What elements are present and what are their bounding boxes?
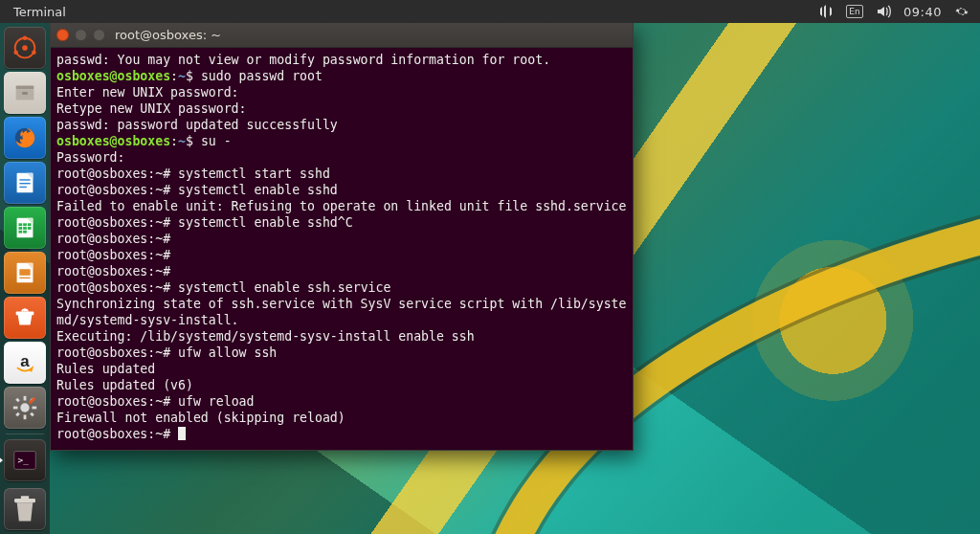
svg-rect-21	[23, 231, 27, 234]
system-tray: En 09:40	[817, 3, 974, 20]
launcher-files[interactable]	[4, 72, 46, 114]
svg-rect-20	[18, 231, 22, 234]
window-titlebar[interactable]: root@osboxes: ~	[51, 23, 633, 48]
terminal-prompt-root: root@osboxes:~#	[56, 394, 178, 409]
svg-point-1	[22, 45, 28, 51]
sound-icon[interactable]	[875, 3, 892, 20]
terminal-line: Password:	[56, 150, 124, 165]
svg-rect-11	[19, 183, 30, 184]
launcher-divider	[6, 434, 44, 434]
terminal-path: ~	[178, 134, 186, 148]
launcher-software[interactable]	[4, 297, 46, 339]
top-panel: Terminal En 09:40	[0, 0, 980, 23]
svg-rect-39	[14, 499, 35, 502]
svg-rect-7	[22, 92, 28, 95]
terminal-command: systemctl enable sshd	[178, 183, 338, 197]
launcher: a >_	[0, 23, 50, 534]
svg-point-3	[13, 50, 18, 55]
svg-rect-24	[19, 278, 30, 278]
svg-rect-34	[30, 412, 34, 417]
svg-rect-31	[13, 407, 18, 410]
svg-rect-14	[18, 223, 22, 226]
svg-point-4	[32, 50, 36, 55]
terminal-prompt-root: root@osboxes:~#	[56, 215, 178, 230]
launcher-calc[interactable]	[4, 207, 46, 249]
svg-rect-32	[33, 407, 37, 410]
language-indicator[interactable]: En	[846, 3, 863, 20]
svg-rect-17	[18, 227, 22, 230]
svg-rect-25	[16, 311, 34, 315]
svg-rect-10	[19, 179, 30, 180]
svg-rect-29	[24, 396, 27, 401]
terminal-cursor	[178, 427, 186, 440]
terminal-line: Enter new UNIX password:	[56, 85, 239, 100]
terminal-command: sudo passwd root	[201, 69, 323, 83]
terminal-command: ufw reload	[178, 394, 254, 409]
terminal-prompt-root: root@osboxes:~#	[56, 280, 178, 295]
gear-icon[interactable]	[953, 3, 970, 20]
terminal-prompt-root: root@osboxes:~#	[56, 248, 178, 262]
terminal-command: ufw allow ssh	[178, 345, 277, 360]
terminal-line: Synchronizing state of ssh.service with …	[56, 297, 626, 327]
terminal-prompt-root: root@osboxes:~#	[56, 345, 178, 360]
svg-rect-12	[19, 187, 27, 188]
launcher-trash[interactable]	[4, 488, 46, 530]
close-icon[interactable]	[56, 29, 69, 41]
launcher-settings[interactable]	[4, 387, 46, 429]
svg-rect-36	[15, 412, 20, 417]
svg-point-28	[20, 403, 29, 412]
terminal-command: systemctl enable ssh.service	[178, 280, 390, 295]
terminal-command: systemctl start sshd	[178, 167, 330, 181]
terminal-prompt-root: root@osboxes:~#	[56, 427, 178, 441]
svg-text:a: a	[20, 352, 30, 370]
network-icon[interactable]	[817, 3, 835, 20]
svg-rect-18	[23, 227, 27, 230]
launcher-impress[interactable]	[4, 252, 46, 294]
minimize-icon[interactable]	[75, 29, 87, 41]
active-app-label[interactable]: Terminal	[8, 5, 72, 19]
svg-rect-19	[28, 227, 32, 230]
terminal-window: root@osboxes: ~ passwd: You may not view…	[50, 23, 634, 451]
terminal-body[interactable]: passwd: You may not view or modify passw…	[51, 48, 633, 450]
terminal-prompt-user: osboxes@osboxes	[56, 69, 170, 83]
terminal-line: passwd: password updated successfully	[56, 118, 338, 132]
launcher-dash[interactable]	[4, 27, 46, 69]
clock[interactable]: 09:40	[903, 5, 942, 19]
terminal-command: su -	[201, 134, 232, 148]
terminal-line: Rules updated	[56, 362, 155, 376]
svg-rect-33	[15, 398, 20, 403]
terminal-prompt-user: osboxes@osboxes	[56, 134, 170, 148]
terminal-prompt-root: root@osboxes:~#	[56, 264, 178, 278]
window-title: root@osboxes: ~	[115, 28, 221, 42]
terminal-path: ~	[178, 69, 186, 83]
terminal-prompt-root: root@osboxes:~#	[56, 232, 178, 246]
launcher-firefox[interactable]	[4, 117, 46, 159]
svg-rect-40	[21, 496, 29, 499]
svg-rect-5	[16, 86, 34, 90]
terminal-line: Rules updated (v6)	[56, 378, 193, 392]
svg-text:>_: >_	[18, 455, 30, 465]
terminal-prompt-root: root@osboxes:~#	[56, 183, 178, 197]
terminal-command: systemctl enable sshd^C	[178, 215, 353, 230]
svg-rect-30	[24, 415, 27, 420]
maximize-icon[interactable]	[93, 29, 105, 41]
svg-point-2	[23, 35, 28, 40]
terminal-line: Executing: /lib/systemd/systemd-sysv-ins…	[56, 329, 475, 344]
terminal-prompt-root: root@osboxes:~#	[56, 167, 178, 181]
launcher-terminal[interactable]: >_	[4, 439, 46, 481]
svg-rect-15	[23, 223, 27, 226]
terminal-line: Failed to enable unit: Refusing to opera…	[56, 199, 626, 213]
svg-rect-23	[19, 269, 30, 276]
svg-rect-16	[28, 223, 32, 226]
terminal-line: Firewall not enabled (skipping reload)	[56, 411, 345, 425]
terminal-line: Retype new UNIX password:	[56, 101, 247, 116]
launcher-writer[interactable]	[4, 162, 46, 204]
launcher-amazon[interactable]: a	[4, 342, 46, 384]
terminal-line: passwd: You may not view or modify passw…	[56, 53, 550, 67]
